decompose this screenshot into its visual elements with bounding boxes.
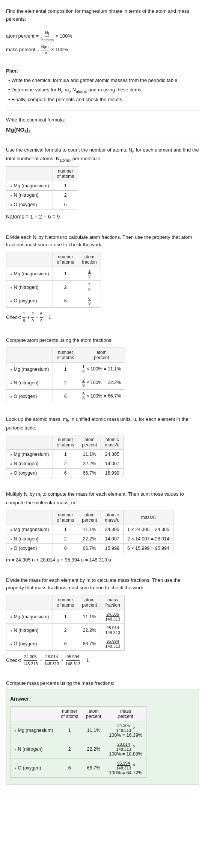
table-row: ● O (oxygen) 6 66.7% 15.999 (6, 469, 124, 478)
table-row: ● N (nitrogen) 2 (6, 191, 78, 200)
check2: Check: 24.305148.313 + 28.014148.313 + 9… (6, 654, 199, 667)
o-dot: ● (10, 203, 12, 207)
mass-percent-formula: mass percent = Nimi m × 100% (6, 44, 199, 55)
atom-percent-table: numberof atoms atompercent ● Mg (magnesi… (6, 348, 125, 403)
table-row: ● Mg (magnesium) 1 19 (6, 267, 101, 281)
chemical-formula: Mg(NO3)2 (6, 126, 199, 134)
plan-list: • Write the chemical formula and gather … (6, 77, 199, 104)
fraction-section: Divide each Nᵢ by Natoms to calculate at… (6, 234, 199, 325)
answer-label: Answer: (10, 695, 195, 703)
n-dot: ● (10, 193, 12, 197)
divide-desc: Divide each Nᵢ by Natoms to calculate at… (6, 234, 199, 249)
mass-calc-table: numberof atoms atompercent atomicmass/u … (6, 510, 173, 553)
answer-table: numberof atoms atompercent masspercent ●… (10, 706, 146, 778)
formula-label: Write the chemical formula: (6, 116, 199, 124)
lookup-desc: Look up the atomic mass, mi, in unified … (6, 416, 199, 432)
count-section: Use the chemical formula to count the nu… (6, 146, 199, 221)
atom-percent-desc: Compute atom percents using the atom fra… (6, 337, 199, 344)
multiply-desc: Multiply Ni by mi to compute the mass fo… (6, 490, 199, 507)
table-row: ● O (oxygen) 6 69 × 100% = 66.7% (6, 390, 125, 403)
answer-section: Compute mass percents using the mass fra… (6, 680, 199, 785)
mass-fraction-table: numberof atoms atompercent massfraction … (6, 595, 125, 651)
table-row: ● N (nitrogen) 2 29 (6, 281, 101, 294)
plan-section: Plan: • Write the chemical formula and g… (6, 67, 199, 104)
mass-percent-compute-desc: Compute mass percents using the mass fra… (6, 680, 199, 687)
table-row: ● N (nitrogen) 2 22.2% 14.007 2 × 14.007… (6, 534, 173, 543)
table-row: ● Mg (magnesium) 1 (6, 181, 78, 191)
table-row: ● N (nitrogen) 2 29 × 100% = 22.2% (6, 376, 125, 390)
table-row: ● O (oxygen) 6 69 (6, 294, 101, 308)
count-desc: Use the chemical formula to count the nu… (6, 146, 199, 163)
natoms-equation: Natoms = 1 + 2 + 6 = 9 (6, 212, 199, 221)
mass-fraction-section: Divide the mass for each element by m to… (6, 577, 199, 668)
table-row: ● Mg (magnesium) 1 11.1% 24.305148.313 (6, 610, 125, 624)
atom-percent-formula: atom percent = Ni Natoms × 100% (6, 30, 199, 42)
table-row: ● N (nitrogen) 2 22.2% 28.014148.313 (6, 624, 125, 637)
answer-box: Answer: numberof atoms atompercent massp… (6, 689, 199, 785)
atoms-count-table: numberof atoms ● Mg (magnesium) 1 ● N (n… (6, 166, 78, 209)
intro-text: Find the elemental composition for magne… (6, 8, 199, 23)
atom-fraction-table: numberof atoms atomfraction ● Mg (magnes… (6, 252, 101, 308)
lookup-section: Look up the atomic mass, mi, in unified … (6, 416, 199, 478)
col-header-atoms: numberof atoms (53, 167, 78, 181)
table-row: ● Mg (magnesium) 1 11.1% 24.305 1 × 24.3… (6, 525, 173, 534)
intro-section: Find the elemental composition for magne… (6, 8, 199, 55)
mass-fraction-desc: Divide the mass for each element by m to… (6, 577, 199, 592)
plan-header: Plan: (6, 67, 199, 75)
table-row: ● Mg (magnesium) 1 11.1% 24.305148.313 ×… (11, 721, 146, 740)
table-row: ● O (oxygen) 6 66.7% 95.994148.313 ×100%… (11, 759, 146, 777)
table-row: ● Mg (magnesium) 1 19 × 100% = 11.1% (6, 363, 125, 376)
atom-percent-section: Compute atom percents using the atom fra… (6, 337, 199, 403)
table-row: ● O (oxygen) 6 (6, 200, 78, 209)
formula-section: Write the chemical formula: Mg(NO3)2 (6, 116, 199, 134)
atomic-mass-table: numberof atoms atompercent atomicmass/u … (6, 435, 124, 478)
m-equation: m = 24.305 u + 28.014 u + 95.994 u = 148… (6, 556, 199, 564)
table-row: ● N (nitrogen) 2 22.2% 14.007 (6, 459, 124, 469)
table-row: ● Mg (magnesium) 1 11.1% 24.305 (6, 450, 124, 459)
table-row: ● O (oxygen) 6 66.7% 15.999 6 × 15.999 =… (6, 543, 173, 553)
table-row: ● O (oxygen) 6 66.7% 95.994148.313 (6, 637, 125, 651)
check1: Check: 19 + 29 + 69 = 1 (6, 311, 199, 324)
mg-dot: ● (10, 184, 12, 188)
table-row: ● N (nitrogen) 2 22.2% 28.014148.313 ×10… (11, 740, 146, 759)
multiply-section: Multiply Ni by mi to compute the mass fo… (6, 490, 199, 564)
